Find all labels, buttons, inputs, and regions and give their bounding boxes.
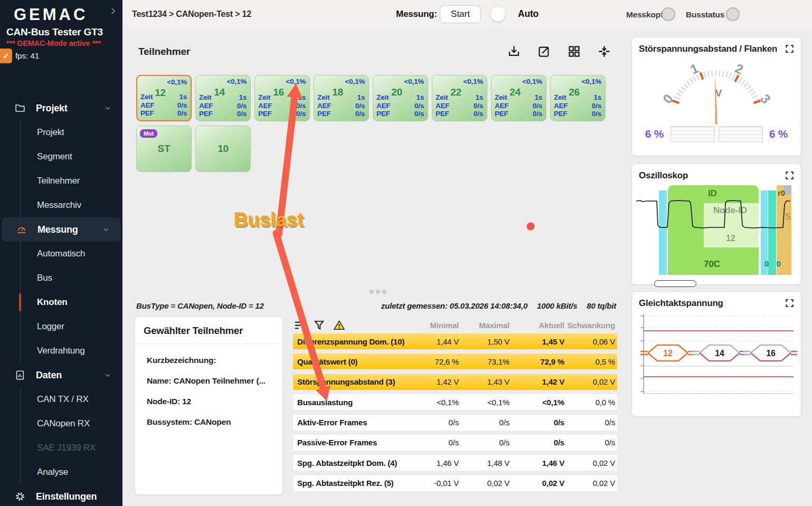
section-label: Einstellungen [36, 491, 97, 502]
measurement-row-qualit-tswert-0[interactable]: Qualitätswert (0)72,6 %73,1%72,9 %0,5 % [293, 354, 617, 369]
filter-icon[interactable] [313, 319, 325, 331]
sidebar-item-teilnehmer[interactable]: Teilnehmer [0, 169, 122, 193]
messung-label: Messung: [396, 9, 437, 20]
sidebar-item-bus[interactable]: Bus [0, 266, 122, 290]
scope-scrollbar[interactable] [654, 280, 696, 287]
oszilloskop-title: Oszilloskop [639, 170, 688, 181]
list-icon[interactable] [293, 319, 305, 331]
node-tile-10[interactable]: 10 [195, 126, 251, 172]
gauge-tick-0: 0 [659, 91, 676, 106]
sidebar-section-projekt[interactable]: Projekt [0, 96, 122, 120]
folder-icon [14, 102, 26, 114]
chevron-down-icon [103, 104, 112, 112]
sidebar-collapse-icon[interactable] [108, 6, 118, 19]
gauge-tick-3: 3 [758, 91, 774, 106]
auto-toggle[interactable] [490, 7, 505, 22]
sidebar-section-messung[interactable]: Messung [2, 217, 121, 242]
gauge-dial: 0 1 2 3 V [637, 54, 796, 126]
gauge-tick-1: 1 [688, 61, 701, 77]
section-label: Daten [36, 370, 62, 381]
teilnehmer-title: Teilnehmer [138, 46, 190, 58]
field-name: Name: CANopen Teilnehmer (... [147, 376, 271, 386]
fullscreen-icon[interactable] [785, 170, 795, 180]
sidebar-section-daten[interactable]: Daten [0, 363, 122, 387]
sidebar-item-canopen-rx[interactable]: CANopen RX [0, 412, 122, 436]
start-button[interactable]: Start [440, 5, 481, 23]
node-tile-12[interactable]: <0,1%12Zeit1sAEF0/sPEF0/s [136, 75, 192, 121]
tile-busload: <0,1% [226, 78, 247, 85]
field-kurzbezeichnung: Kurzbezeichnung: [147, 356, 271, 365]
sidebar-item-can-tx-rx[interactable]: CAN TX / RX [0, 387, 122, 412]
splitter-handle[interactable] [370, 290, 386, 294]
node-tile-22[interactable]: <0,1%22Zeit1sAEF0/sPEF0/s [432, 75, 487, 121]
measurement-row-passive-error-frames[interactable]: Passive-Error Frames0/s0/s0/s0/s [293, 435, 617, 451]
fullscreen-icon[interactable] [785, 298, 795, 308]
sidebar-item-logger[interactable]: Logger [0, 314, 122, 339]
sidebar-item-analyse[interactable]: Analyse [0, 460, 122, 484]
measurement-row-spg-abtastzeitpkt-rez-5[interactable]: Spg. Abtastzeitpkt Rez. (5)-0,01 V0,02 V… [293, 475, 617, 491]
pointer-dot [527, 223, 535, 231]
chevron-down-icon [102, 225, 110, 234]
gemac-mode-banner: *** GEMAC-Mode active *** [6, 39, 101, 47]
device-title: CAN-Bus Tester GT3 [6, 26, 103, 38]
measurement-row-aktiv-error-frames[interactable]: Aktiv-Error Frames0/s0/s0/s0/s [293, 415, 617, 431]
col-maximal: Maximal [459, 321, 509, 330]
topbar: Test1234 > CANopen-Test > 12 Messung: St… [122, 0, 812, 29]
bustype-line: BusType = CANopen, Node-ID = 12 [136, 301, 264, 310]
sidebar-item-messarchiv[interactable]: Messarchiv [0, 193, 122, 217]
measurement-row-busauslastung[interactable]: Busauslastung<0,1%<0,1%<0,1%0,0 % [293, 394, 617, 410]
tile-busload: <0,1% [581, 78, 601, 85]
sidebar-item-segment[interactable]: Segment [0, 145, 122, 169]
sidebar: GEMAC CAN-Bus Tester GT3 *** GEMAC-Mode … [0, 0, 122, 506]
measurement-row-differenzspannung-dom-10[interactable]: Differenzspannung Dom. (10)1,44 V1,50 V1… [293, 333, 617, 349]
sidebar-section-einstellungen[interactable]: Einstellungen [0, 484, 122, 506]
section-label: Messung [37, 224, 78, 235]
gauge-right-bar [719, 126, 763, 142]
gauge-left-value: 6 % [643, 128, 667, 140]
measurement-icon [16, 224, 27, 235]
sidebar-item-verdrahtung[interactable]: Verdrahtung [0, 339, 122, 363]
eye-label-16: 16 [766, 349, 776, 358]
sidebar-item-sae-j1939-rx[interactable]: SAE J1939 RX [0, 436, 122, 460]
measurement-table: Minimal Maximal Aktuell Schwankung Diffe… [293, 317, 617, 495]
warning-icon[interactable] [333, 319, 345, 331]
gauge-needle [715, 75, 717, 125]
oszilloskop-panel: Oszilloskop ID Node-ID 12 70C 0 0 r0 S [631, 164, 801, 285]
sidebar-item-knoten[interactable]: Knoten [0, 290, 122, 314]
last-measured-line: zuletzt gemessen: 05.03.2026 14:08:34,0 … [293, 301, 616, 310]
node-tile-16[interactable]: <0,1%16Zeit1sAEF0/sPEF0/s [254, 75, 310, 121]
tile-busload: <0,1% [404, 78, 424, 85]
node-tile-ST[interactable]: MstST [136, 126, 192, 172]
node-tile-20[interactable]: <0,1%20Zeit1sAEF0/sPEF0/s [373, 75, 428, 121]
compress-icon[interactable] [597, 44, 611, 59]
tile-node-id: 10 [196, 143, 250, 155]
node-tile-14[interactable]: <0,1%14Zeit1sAEF0/sPEF0/s [195, 75, 251, 121]
breadcrumb[interactable]: Test1234 > CANopen-Test > 12 [132, 9, 251, 19]
node-tile-24[interactable]: <0,1%24Zeit1sAEF0/sPEF0/s [491, 75, 546, 121]
grid-view-icon[interactable] [567, 44, 581, 59]
check-badge-icon: ✓ [0, 49, 12, 63]
sidebar-item-projekt[interactable]: Projekt [0, 120, 122, 145]
node-tile-18[interactable]: <0,1%18Zeit1sAEF0/sPEF0/s [314, 75, 369, 121]
col-minimal: Minimal [410, 321, 459, 330]
gleichtakt-panel: Gleichtaktspannung [631, 291, 801, 417]
data-icon [14, 369, 26, 381]
scope-trace [636, 185, 791, 275]
measurement-row-spg-abtastzeitpkt-dom-4[interactable]: Spg. Abtastzeitpkt Dom. (4)1,46 V1,48 V1… [293, 455, 617, 471]
tq-per-bit: 80 tq/bit [587, 301, 616, 310]
fps-counter: fps: 41 [15, 51, 39, 61]
measurement-row-st-rspannungsabstand-3[interactable]: Störspannungsabstand (3)1,42 V1,43 V1,42… [293, 374, 617, 390]
edit-icon[interactable] [537, 44, 551, 59]
download-icon[interactable] [507, 44, 521, 59]
col-aktuell: Aktuell [509, 321, 564, 330]
node-tile-grid-row2: MstST10 [136, 126, 251, 172]
field-node-id: Node-ID: 12 [147, 397, 271, 406]
fullscreen-icon[interactable] [785, 44, 795, 54]
node-tile-26[interactable]: <0,1%26Zeit1sAEF0/sPEF0/s [550, 75, 606, 121]
sidebar-item-automatisch[interactable]: Automatisch [0, 242, 122, 266]
node-tile-grid: <0,1%12Zeit1sAEF0/sPEF0/s<0,1%14Zeit1sAE… [136, 75, 614, 121]
gauge-panel: Störspannungsabstand / Flanken 0 1 2 3 V… [631, 37, 801, 156]
selected-node-title: Gewählter Teilnehmer [135, 317, 282, 344]
col-schwankung: Schwankung [564, 321, 615, 330]
oszilloskop-display: ID Node-ID 12 70C 0 0 r0 S [636, 185, 791, 275]
